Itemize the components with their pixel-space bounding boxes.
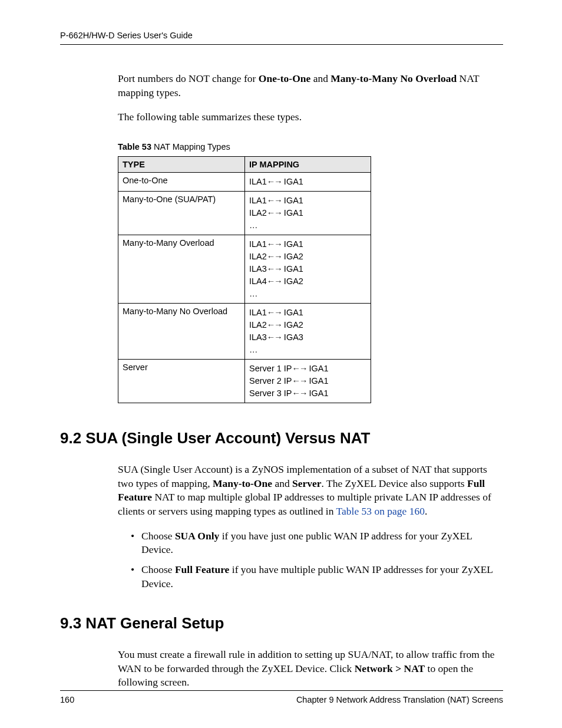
running-header: P-662H/HW-D Series User's Guide xyxy=(60,31,503,45)
bidirectional-arrow-icon: ←→ xyxy=(267,196,282,205)
table-row: Many-to-Many OverloadILA1←→ IGA1ILA2←→ I… xyxy=(118,235,371,303)
sec92-mid2: . The ZyXEL Device also supports xyxy=(322,477,467,489)
cell-type: One-to-One xyxy=(118,172,245,191)
cell-ipmapping: ILA1←→ IGA1ILA2←→ IGA2ILA3←→ IGA3… xyxy=(245,304,371,360)
intro-p1-mid: and xyxy=(310,73,330,84)
sec92-paragraph: SUA (Single User Account) is a ZyNOS imp… xyxy=(118,463,501,519)
intro-block: Port numbers do NOT change for One-to-On… xyxy=(118,72,501,403)
mapping-line: ILA2←→ IGA2 xyxy=(249,319,366,331)
mapping-line: ILA4←→ IGA2 xyxy=(249,275,366,288)
sec92-crossref-link[interactable]: Table 53 on page 160 xyxy=(336,505,425,517)
intro-paragraph-1: Port numbers do NOT change for One-to-On… xyxy=(118,72,501,100)
bidirectional-arrow-icon: ←→ xyxy=(267,239,282,249)
bidirectional-arrow-icon: ←→ xyxy=(267,276,282,286)
sec92-post1: NAT to map multiple global IP addresses … xyxy=(118,491,491,517)
cell-ipmapping: ILA1←→ IGA1 xyxy=(245,172,371,191)
mapping-line: ILA2←→ IGA2 xyxy=(249,251,366,263)
page-number: 160 xyxy=(60,695,74,704)
table-caption-rest: NAT Mapping Types xyxy=(151,142,230,151)
ellipsis-line: … xyxy=(249,344,366,356)
mapping-line: ILA1←→ IGA1 xyxy=(249,176,366,188)
sec92-b1: Many-to-One xyxy=(213,477,272,489)
sec92-b1-bold: SUA Only xyxy=(175,530,219,542)
table-header-row: TYPE IP MAPPING xyxy=(118,156,371,172)
mapping-line: ILA1←→ IGA1 xyxy=(249,238,366,251)
section-9-2-heading: 9.2 SUA (Single User Account) Versus NAT xyxy=(60,429,503,447)
sec92-bullet-1: Choose SUA Only if you have just one pub… xyxy=(131,529,501,557)
sec92-b2-bold: Full Feature xyxy=(175,564,230,575)
cell-type: Server xyxy=(118,360,245,403)
bidirectional-arrow-icon: ←→ xyxy=(267,320,282,330)
cell-ipmapping: ILA1←→ IGA1ILA2←→ IGA1… xyxy=(245,191,371,235)
mapping-line: ILA3←→ IGA1 xyxy=(249,263,366,275)
bidirectional-arrow-icon: ←→ xyxy=(267,177,282,186)
table-row: ServerServer 1 IP←→ IGA1Server 2 IP←→ IG… xyxy=(118,360,371,403)
cell-type: Many-to-One (SUA/PAT) xyxy=(118,191,245,235)
sec92-post2: . xyxy=(425,505,427,517)
mapping-line: ILA1←→ IGA1 xyxy=(249,307,366,319)
mapping-line: ILA2←→ IGA1 xyxy=(249,207,366,219)
bidirectional-arrow-icon: ←→ xyxy=(292,364,307,373)
chapter-label: Chapter 9 Network Address Translation (N… xyxy=(296,695,503,704)
intro-paragraph-2: The following table summarizes these typ… xyxy=(118,110,501,124)
mapping-line: Server 2 IP←→ IGA1 xyxy=(249,375,366,387)
sec92-bullet-2: Choose Full Feature if you have multiple… xyxy=(131,563,501,591)
col-type-header: TYPE xyxy=(118,156,245,172)
nat-mapping-table: TYPE IP MAPPING One-to-OneILA1←→ IGA1Man… xyxy=(118,156,371,403)
sec93-paragraph: You must create a firewall rule in addit… xyxy=(118,648,501,690)
section-9-2-body: SUA (Single User Account) is a ZyNOS imp… xyxy=(118,463,501,591)
section-9-3-heading: 9.3 NAT General Setup xyxy=(60,614,503,633)
sec92-b2: Server xyxy=(292,477,322,489)
mapping-line: Server 3 IP←→ IGA1 xyxy=(249,387,366,400)
sec93-b: Network > NAT xyxy=(355,663,425,674)
table-caption-strong: Table 53 xyxy=(118,142,151,151)
bidirectional-arrow-icon: ←→ xyxy=(267,208,282,218)
sec92-b1-pre: Choose xyxy=(141,530,175,542)
intro-p1-b1: One-to-One xyxy=(259,73,310,84)
cell-type: Many-to-Many Overload xyxy=(118,235,245,303)
cell-type: Many-to-Many No Overload xyxy=(118,304,245,360)
bidirectional-arrow-icon: ←→ xyxy=(267,332,282,342)
section-9-3-body: You must create a firewall rule in addit… xyxy=(118,648,501,690)
col-ipmapping-header: IP MAPPING xyxy=(245,156,371,172)
cell-ipmapping: Server 1 IP←→ IGA1Server 2 IP←→ IGA1Serv… xyxy=(245,360,371,403)
cell-ipmapping: ILA1←→ IGA1ILA2←→ IGA2ILA3←→ IGA1ILA4←→ … xyxy=(245,235,371,303)
bidirectional-arrow-icon: ←→ xyxy=(267,252,282,261)
bidirectional-arrow-icon: ←→ xyxy=(267,264,282,274)
page-footer: 160 Chapter 9 Network Address Translatio… xyxy=(60,690,503,704)
sec92-b2-pre: Choose xyxy=(141,564,175,575)
sec92-bullet-list: Choose SUA Only if you have just one pub… xyxy=(131,529,501,591)
intro-p1-b2: Many-to-Many No Overload xyxy=(330,73,457,84)
table-row: One-to-OneILA1←→ IGA1 xyxy=(118,172,371,191)
intro-p1-pre: Port numbers do NOT change for xyxy=(118,73,259,84)
table-row: Many-to-Many No OverloadILA1←→ IGA1ILA2←… xyxy=(118,304,371,360)
mapping-line: ILA3←→ IGA3 xyxy=(249,331,366,344)
ellipsis-line: … xyxy=(249,219,366,232)
mapping-line: ILA1←→ IGA1 xyxy=(249,195,366,207)
bidirectional-arrow-icon: ←→ xyxy=(292,376,307,386)
header-title: P-662H/HW-D Series User's Guide xyxy=(60,31,193,40)
table-caption: Table 53 NAT Mapping Types xyxy=(118,142,501,151)
table-row: Many-to-One (SUA/PAT)ILA1←→ IGA1ILA2←→ I… xyxy=(118,191,371,235)
mapping-line: Server 1 IP←→ IGA1 xyxy=(249,363,366,375)
bidirectional-arrow-icon: ←→ xyxy=(267,308,282,317)
ellipsis-line: … xyxy=(249,288,366,300)
bidirectional-arrow-icon: ←→ xyxy=(292,388,307,398)
sec92-mid1: and xyxy=(272,477,292,489)
